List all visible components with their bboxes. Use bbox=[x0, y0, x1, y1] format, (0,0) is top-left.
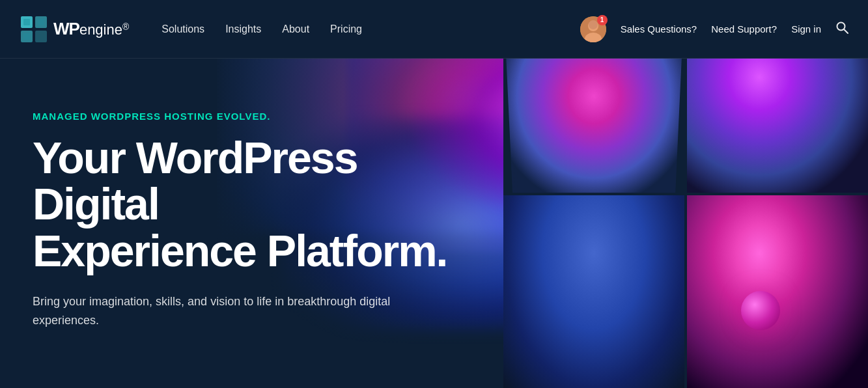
svg-rect-3 bbox=[35, 31, 47, 42]
nav-right: 1 Sales Questions? Need Support? Sign in bbox=[580, 16, 848, 42]
hero-heading: Your WordPress Digital Experience Platfo… bbox=[33, 135, 488, 274]
svg-rect-4 bbox=[23, 19, 30, 25]
logo-icon bbox=[20, 15, 48, 44]
nav-links: Solutions Insights About Pricing bbox=[161, 23, 580, 35]
search-icon[interactable] bbox=[835, 21, 848, 37]
logo-area[interactable]: WP engine ® bbox=[20, 15, 129, 44]
panel-bottom-left bbox=[503, 195, 684, 388]
hero-eyebrow: MANAGED WORDPRESS HOSTING EVOLVED. bbox=[33, 111, 488, 122]
hero-heading-line1: Your WordPress Digital bbox=[33, 133, 357, 229]
need-support-link[interactable]: Need Support? bbox=[711, 23, 777, 35]
nav-solutions[interactable]: Solutions bbox=[161, 23, 204, 35]
avatar-wrapper[interactable]: 1 bbox=[580, 16, 606, 42]
sign-in-link[interactable]: Sign in bbox=[791, 23, 821, 35]
nav-insights[interactable]: Insights bbox=[225, 23, 261, 35]
svg-line-12 bbox=[844, 29, 848, 33]
hero-content: MANAGED WORDPRESS HOSTING EVOLVED. Your … bbox=[33, 59, 488, 330]
logo-wp: WP bbox=[53, 19, 79, 39]
svg-rect-6 bbox=[23, 33, 30, 40]
sales-questions-link[interactable]: Sales Questions? bbox=[621, 23, 697, 35]
nav-pricing[interactable]: Pricing bbox=[330, 23, 362, 35]
navbar: WP engine ® Solutions Insights About Pri… bbox=[0, 0, 868, 59]
hero-subtext: Bring your imagination, skills, and visi… bbox=[33, 292, 397, 330]
notification-badge: 1 bbox=[597, 15, 608, 25]
logo-trademark: ® bbox=[122, 21, 129, 32]
hero-heading-line2: Experience Platform. bbox=[33, 226, 447, 275]
nav-about[interactable]: About bbox=[282, 23, 309, 35]
logo-text: WP engine ® bbox=[53, 19, 129, 39]
magenta-sphere bbox=[741, 291, 780, 330]
svg-point-10 bbox=[589, 20, 598, 29]
svg-rect-5 bbox=[38, 19, 44, 25]
logo-engine: engine bbox=[79, 21, 122, 38]
panel-bottom-right bbox=[687, 195, 868, 388]
